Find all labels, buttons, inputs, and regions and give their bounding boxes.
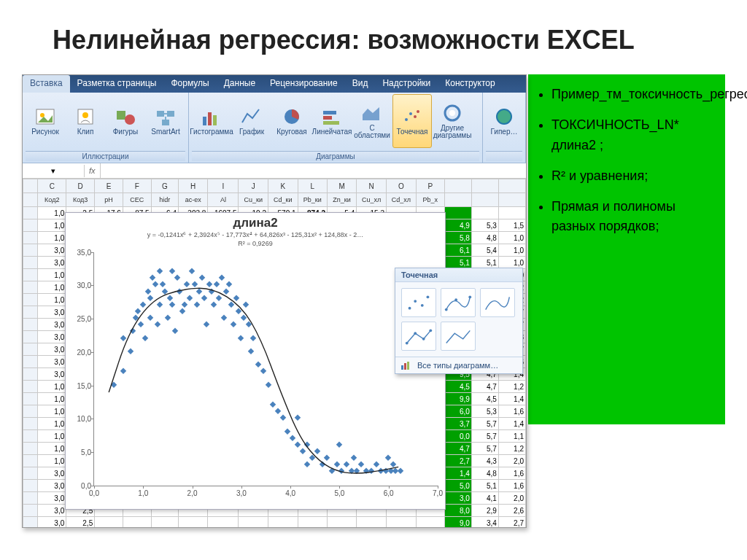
svg-rect-6 xyxy=(157,111,164,117)
svg-rect-8 xyxy=(162,120,169,125)
svg-point-26 xyxy=(427,295,430,298)
chart-r2: R² = 0,9269 xyxy=(66,239,445,248)
svg-point-33 xyxy=(429,329,432,332)
y-tick: 0,0 xyxy=(69,481,91,489)
клип-button[interactable]: Клип xyxy=(66,94,105,148)
formula-bar: ▾ fx xyxy=(23,163,526,179)
y-tick: 35,0 xyxy=(69,248,91,256)
tab-данные[interactable]: Данные xyxy=(217,75,263,93)
svg-point-16 xyxy=(405,118,408,121)
tab-конструктор[interactable]: Конструктор xyxy=(438,75,502,93)
svg-rect-34 xyxy=(401,365,403,370)
plot-area: 0,05,010,015,020,025,030,035,00,01,02,03… xyxy=(93,252,438,486)
chart-другие диаграммы-button[interactable]: Другие диаграммы xyxy=(433,94,472,148)
tab-вид[interactable]: Вид xyxy=(345,75,376,93)
svg-point-17 xyxy=(409,112,412,115)
group-label-charts: Диаграммы xyxy=(192,151,479,161)
x-tick: 5,0 xyxy=(334,489,344,497)
svg-point-3 xyxy=(82,112,88,118)
y-tick: 5,0 xyxy=(69,448,91,456)
svg-point-19 xyxy=(417,110,419,113)
scatter-dropdown: Точечная Все типы диаграмм… xyxy=(395,268,523,374)
tab-вставка[interactable]: Вставка xyxy=(23,75,70,93)
y-tick: 25,0 xyxy=(69,315,91,323)
x-tick: 6,0 xyxy=(384,489,394,497)
y-tick: 20,0 xyxy=(69,348,91,356)
group-charts: ГистограммаГрафикКруговаяЛинейчатаяС обл… xyxy=(189,93,483,163)
svg-rect-13 xyxy=(323,111,336,114)
svg-point-22 xyxy=(497,109,511,124)
x-tick: 7,0 xyxy=(433,489,443,497)
chart-точечная-button[interactable]: Точечная xyxy=(392,94,432,148)
svg-point-24 xyxy=(414,300,417,303)
dropdown-header: Точечная xyxy=(395,268,522,282)
svg-point-28 xyxy=(454,298,457,301)
svg-rect-15 xyxy=(323,121,339,125)
x-tick: 0,0 xyxy=(89,489,99,497)
scatter-option-scatter-straight-markers[interactable] xyxy=(401,322,436,351)
name-box[interactable]: ▾ xyxy=(23,165,85,177)
all-chart-types-label: Все типы диаграмм… xyxy=(417,361,498,370)
x-tick: 3,0 xyxy=(236,489,247,497)
fx-icon[interactable]: fx xyxy=(85,166,100,175)
chart-title: длина2 xyxy=(66,213,445,230)
svg-rect-9 xyxy=(203,117,206,125)
scatter-option-scatter-smooth-markers[interactable] xyxy=(441,288,476,317)
svg-rect-35 xyxy=(404,363,406,370)
note-item-3: Прямая и полиномы разных порядков; xyxy=(551,197,715,238)
hyperlink-button[interactable]: Гипер… xyxy=(486,94,522,148)
svg-point-25 xyxy=(421,304,424,307)
group-links: Гипер… xyxy=(483,93,526,163)
рисунок-button[interactable]: Рисунок xyxy=(26,94,65,148)
chart-equation: y = -0,1241x⁶ + 2,3924x⁵ - 17,773x⁴ + 64… xyxy=(66,230,445,239)
x-tick: 4,0 xyxy=(285,489,295,497)
svg-point-23 xyxy=(409,307,411,310)
notes-panel: Пример_тм_токсичность_регрессия.xls;ТОКС… xyxy=(528,74,725,424)
chart-с областями-button[interactable]: С областями xyxy=(352,94,392,148)
ribbon-tabs: ВставкаРазметка страницыФормулыДанныеРец… xyxy=(23,75,526,93)
svg-point-29 xyxy=(468,295,471,298)
embedded-chart[interactable]: длина2 y = -0,1241x⁶ + 2,3924x⁵ - 17,773… xyxy=(65,212,446,510)
tab-надстройки[interactable]: Надстройки xyxy=(375,75,438,93)
excel-window: ВставкаРазметка страницыФормулыДанныеРец… xyxy=(22,74,527,528)
svg-rect-7 xyxy=(167,111,174,117)
svg-point-32 xyxy=(422,338,425,341)
x-tick: 1,0 xyxy=(138,489,148,497)
y-tick: 10,0 xyxy=(69,415,91,423)
slide-title: Нелинейная регрессия: возможности EXCEL xyxy=(0,0,747,74)
trendline xyxy=(94,252,438,486)
chart-линейчатая-button[interactable]: Линейчатая xyxy=(312,94,352,148)
svg-point-21 xyxy=(449,110,455,116)
x-tick: 2,0 xyxy=(187,489,198,497)
svg-point-5 xyxy=(125,114,135,125)
svg-rect-10 xyxy=(208,112,212,125)
tab-разметка страницы[interactable]: Разметка страницы xyxy=(70,75,164,93)
note-item-1: ТОКСИЧНОСТЬ_LN* длина2 ; xyxy=(551,115,715,156)
tab-формулы[interactable]: Формулы xyxy=(163,75,216,93)
chart-график-button[interactable]: График xyxy=(232,94,271,148)
svg-point-31 xyxy=(414,332,417,335)
ribbon: РисунокКлипФигурыSmartArt Иллюстрации Ги… xyxy=(23,93,526,163)
svg-rect-14 xyxy=(323,116,332,120)
chart-круговая-button[interactable]: Круговая xyxy=(272,94,311,148)
scatter-option-scatter-markers[interactable] xyxy=(401,288,436,317)
svg-rect-4 xyxy=(117,111,125,120)
svg-point-18 xyxy=(414,115,417,118)
y-tick: 15,0 xyxy=(69,381,91,389)
tab-рецензирование[interactable]: Рецензирование xyxy=(263,75,345,93)
svg-rect-36 xyxy=(407,362,409,370)
фигуры-button[interactable]: Фигуры xyxy=(106,94,145,148)
svg-rect-11 xyxy=(213,115,217,125)
scatter-option-scatter-smooth[interactable] xyxy=(480,288,515,317)
worksheet: CDEFGHIJKLMNOPКод2Код3pHCEChidrac-exAlCu… xyxy=(23,179,526,528)
y-tick: 30,0 xyxy=(69,281,91,289)
scatter-option-scatter-straight[interactable] xyxy=(441,322,476,351)
all-chart-types-button[interactable]: Все типы диаграмм… xyxy=(395,357,522,373)
formula-input[interactable] xyxy=(100,163,526,178)
svg-point-27 xyxy=(445,308,448,311)
note-item-2: R² и уравнения; xyxy=(551,166,715,187)
group-label-illustrations: Иллюстрации xyxy=(26,151,185,161)
note-item-0: Пример_тм_токсичность_регрессия.xls; xyxy=(551,85,715,105)
chart-гистограмма-button[interactable]: Гистограмма xyxy=(192,94,231,148)
smartart-button[interactable]: SmartArt xyxy=(146,94,185,148)
